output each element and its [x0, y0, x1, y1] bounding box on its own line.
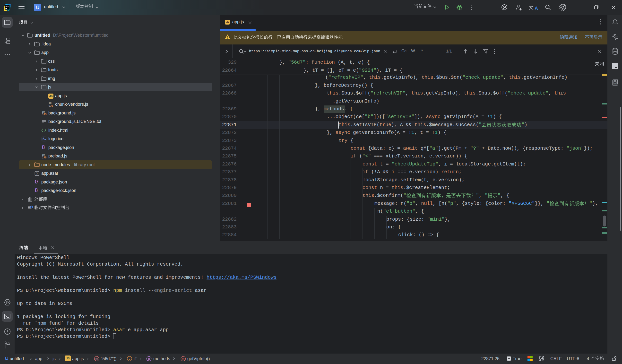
- svg-text:p: p: [148, 357, 150, 361]
- svg-text:A: A: [614, 82, 616, 84]
- svg-text:m: m: [96, 357, 98, 361]
- svg-text:v: v: [129, 357, 131, 361]
- svg-text:WS: WS: [6, 5, 9, 8]
- svg-text:m: m: [182, 357, 185, 361]
- svg-text:A: A: [535, 6, 538, 11]
- svg-text:?: ?: [36, 172, 38, 175]
